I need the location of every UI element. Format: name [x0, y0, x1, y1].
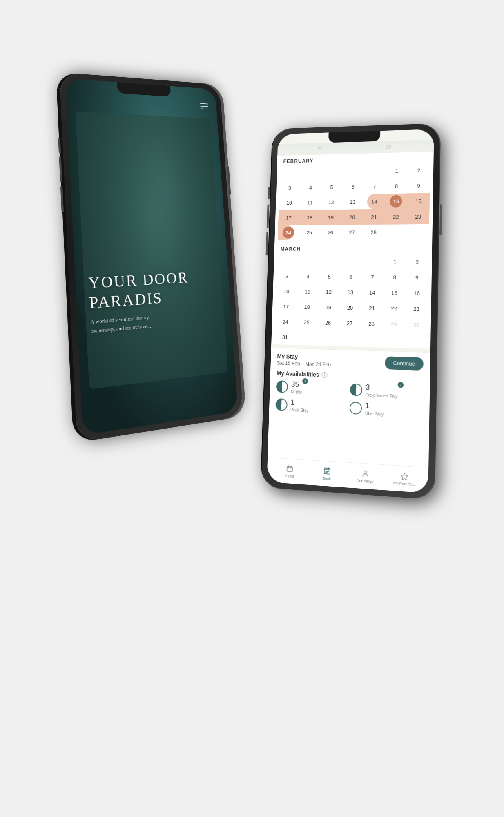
back-phone-screen: YOUR DOOR PARADIS A world of seamless lu… — [65, 78, 238, 435]
svg-rect-0 — [287, 467, 292, 472]
feb-12[interactable]: 12 — [321, 194, 342, 210]
feb-27[interactable]: 27 — [341, 225, 363, 240]
feb-26[interactable]: 26 — [319, 225, 341, 240]
feb-13[interactable]: 13 — [342, 194, 364, 210]
info-icon[interactable]: i — [321, 372, 327, 378]
mar-6[interactable]: 6 — [340, 269, 362, 284]
back-phone-text: YOUR DOOR PARADIS A world of seamless lu… — [88, 267, 225, 336]
feb-28[interactable]: 28 — [362, 224, 384, 240]
stays-icon — [285, 464, 294, 473]
feb-14[interactable]: 14 — [363, 194, 385, 209]
uber-number-wrap: 1 — [365, 402, 384, 411]
book-nav-label: Book — [323, 476, 331, 481]
mar-17[interactable]: 17 — [275, 299, 297, 314]
nav-stays[interactable]: Stays — [271, 463, 308, 480]
march-grid: 1 2 3 4 5 6 7 8 9 — [271, 253, 432, 349]
mar-27[interactable]: 27 — [339, 315, 361, 331]
avail-uber: 1 Uber Stay — [349, 401, 423, 418]
feb-10[interactable]: 10 — [279, 195, 300, 210]
mar-7[interactable]: 7 — [361, 269, 384, 285]
feb-24[interactable]: 24 — [278, 225, 299, 240]
mar-29: 29 — [382, 316, 405, 333]
volume-down-button — [59, 157, 62, 182]
mar-28[interactable]: 28 — [360, 316, 383, 332]
feb-week4-wrapper: 17 18 19 20 21 22 23 — [275, 209, 433, 225]
feb-8[interactable]: 8 — [385, 178, 408, 194]
feb-22[interactable]: 22 — [385, 209, 407, 224]
mar-23[interactable]: 23 — [405, 301, 428, 317]
continue-button[interactable]: Continue — [385, 356, 424, 371]
mar-5[interactable]: 5 — [318, 269, 340, 284]
feb-6[interactable]: 6 — [342, 179, 364, 194]
mar-16[interactable]: 16 — [405, 285, 428, 301]
feb-1[interactable]: 1 — [386, 163, 408, 179]
mar-24[interactable]: 24 — [275, 314, 296, 330]
mar-19[interactable]: 19 — [317, 299, 339, 315]
feb-2[interactable]: 2 — [408, 162, 430, 178]
mar-3[interactable]: 3 — [277, 268, 298, 283]
feb-18[interactable]: 18 — [299, 210, 321, 225]
nav-book[interactable]: Book — [308, 466, 346, 482]
feb-empty-4 — [342, 164, 364, 179]
prev-date-27: 27 — [317, 146, 322, 151]
feb-empty-3 — [321, 164, 343, 180]
preplanned-badge: 2 — [398, 382, 404, 388]
calendar-app: 27 28 FEBRUARY — [267, 140, 434, 493]
availabilities-grid: 35 2 Nights — [275, 379, 423, 418]
mar-14[interactable]: 14 — [361, 285, 384, 301]
mar-10[interactable]: 10 — [276, 283, 297, 299]
feb-9[interactable]: 9 — [407, 178, 430, 194]
mar-22[interactable]: 22 — [383, 300, 405, 316]
mar-20[interactable]: 20 — [339, 300, 361, 316]
feb-4[interactable]: 4 — [300, 180, 321, 195]
feb-7[interactable]: 7 — [364, 179, 386, 194]
nights-number-wrap: 35 2 — [291, 380, 303, 389]
peak-info: 1 Peak Stay — [290, 398, 309, 413]
my-stay-section: My Stay Sat 15 Feb – Mon 24 Feb Continue… — [269, 348, 430, 424]
mar-1[interactable]: 1 — [384, 254, 406, 269]
mar-25[interactable]: 25 — [296, 314, 317, 330]
my-stay-title: My Stay — [277, 353, 331, 361]
feb-23[interactable]: 23 — [407, 209, 429, 224]
feb-25[interactable]: 25 — [299, 225, 320, 240]
svg-line-1 — [287, 468, 292, 468]
preplanned-info: 3 2 Pre-planned Stay — [366, 383, 398, 399]
front-volume-down-button — [266, 232, 269, 255]
front-volume-up-button — [267, 204, 270, 228]
top-dates: 27 28 — [283, 143, 427, 152]
feb-11[interactable]: 11 — [299, 195, 321, 210]
mar-9[interactable]: 9 — [406, 269, 428, 285]
feb-16[interactable]: 16 — [407, 193, 430, 209]
front-power-button — [439, 204, 442, 235]
mar-15[interactable]: 15 — [383, 285, 406, 301]
nav-myparador[interactable]: My Parado... — [384, 471, 424, 487]
front-mute-button — [268, 187, 270, 200]
avail-preplanned: 3 2 Pre-planned Stay — [350, 382, 423, 400]
power-button — [227, 166, 231, 194]
peak-number: 1 — [290, 398, 294, 406]
mar-21[interactable]: 21 — [361, 300, 383, 316]
mar-week3: 10 11 12 13 14 15 16 — [273, 283, 432, 301]
mar-8[interactable]: 8 — [384, 269, 406, 285]
feb-5[interactable]: 5 — [321, 179, 343, 195]
feb-3[interactable]: 3 — [279, 180, 301, 195]
feb-17[interactable]: 17 — [278, 210, 299, 225]
nav-concierge[interactable]: Concierge — [346, 468, 384, 485]
mar-12[interactable]: 12 — [318, 284, 339, 299]
mar-2[interactable]: 2 — [406, 254, 429, 270]
mar-26[interactable]: 26 — [317, 315, 339, 330]
mar-11[interactable]: 11 — [297, 284, 319, 299]
mar-31[interactable]: 31 — [274, 329, 296, 345]
feb-20[interactable]: 20 — [341, 209, 364, 225]
feb-21[interactable]: 21 — [363, 209, 385, 225]
calendar-scroll[interactable]: 27 28 FEBRUARY — [268, 140, 434, 467]
mar-18[interactable]: 18 — [296, 299, 318, 315]
mar-4[interactable]: 4 — [297, 269, 319, 284]
svg-line-8 — [326, 471, 329, 472]
feb-15[interactable]: 15 — [385, 194, 408, 209]
feb-week5-wrapper: 24 25 26 27 28 — [274, 224, 432, 240]
nights-label: Nights — [291, 390, 302, 395]
feb-19[interactable]: 19 — [320, 210, 341, 225]
mar-13[interactable]: 13 — [339, 284, 361, 300]
preplanned-label: Pre-planned Stay — [366, 393, 398, 399]
